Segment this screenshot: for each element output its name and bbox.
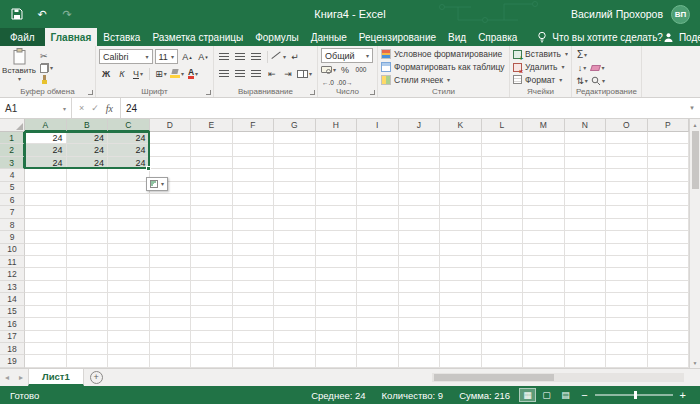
cell-a3[interactable]: 24 — [25, 157, 67, 169]
row-header-1[interactable]: 1 — [0, 132, 25, 144]
cell-c18[interactable] — [108, 343, 150, 355]
cell-b2[interactable]: 24 — [67, 144, 109, 156]
cell-b15[interactable] — [67, 306, 109, 318]
cell-j5[interactable] — [399, 182, 441, 194]
cell-k1[interactable] — [440, 132, 482, 144]
column-header-d[interactable]: D — [150, 119, 192, 132]
add-sheet-button[interactable]: + — [90, 371, 103, 384]
cancel-button[interactable]: × — [79, 103, 84, 113]
cell-n19[interactable] — [565, 355, 607, 367]
cell-b11[interactable] — [67, 256, 109, 268]
cell-l19[interactable] — [482, 355, 524, 367]
cell-a19[interactable] — [25, 355, 67, 367]
cell-n1[interactable] — [565, 132, 607, 144]
cell-i2[interactable] — [357, 144, 399, 156]
align-middle-button[interactable] — [233, 50, 247, 64]
number-dialog-launcher[interactable] — [370, 90, 375, 95]
tab-home[interactable]: Главная — [45, 28, 98, 46]
cell-e13[interactable] — [191, 281, 233, 293]
cell-m15[interactable] — [523, 306, 565, 318]
cell-o10[interactable] — [606, 244, 648, 256]
cell-o4[interactable] — [606, 169, 648, 181]
cell-o16[interactable] — [606, 318, 648, 330]
cell-m5[interactable] — [523, 182, 565, 194]
cell-a18[interactable] — [25, 343, 67, 355]
italic-button[interactable]: К — [115, 67, 129, 81]
sheet-nav-left[interactable]: ◂ — [0, 369, 14, 386]
cell-k15[interactable] — [440, 306, 482, 318]
cell-g18[interactable] — [274, 343, 316, 355]
cell-i19[interactable] — [357, 355, 399, 367]
cell-a17[interactable] — [25, 331, 67, 343]
cell-l5[interactable] — [482, 182, 524, 194]
cell-f6[interactable] — [233, 194, 275, 206]
cell-m3[interactable] — [523, 157, 565, 169]
column-header-c[interactable]: C — [108, 119, 150, 132]
cell-k10[interactable] — [440, 244, 482, 256]
cell-d7[interactable] — [150, 206, 192, 218]
column-header-f[interactable]: F — [233, 119, 275, 132]
select-all-corner[interactable] — [0, 119, 25, 132]
cell-f7[interactable] — [233, 206, 275, 218]
cell-j1[interactable] — [399, 132, 441, 144]
cell-o18[interactable] — [606, 343, 648, 355]
cell-b10[interactable] — [67, 244, 109, 256]
cell-o8[interactable] — [606, 219, 648, 231]
cell-j17[interactable] — [399, 331, 441, 343]
row-header-7[interactable]: 7 — [0, 206, 25, 218]
column-header-b[interactable]: B — [67, 119, 109, 132]
cell-m9[interactable] — [523, 231, 565, 243]
increase-font-button[interactable]: А▴ — [180, 50, 194, 64]
cell-p2[interactable] — [648, 144, 690, 156]
cell-p9[interactable] — [648, 231, 690, 243]
cell-a1[interactable]: 24 — [25, 132, 67, 144]
cell-h9[interactable] — [316, 231, 358, 243]
cell-l7[interactable] — [482, 206, 524, 218]
cell-l9[interactable] — [482, 231, 524, 243]
cell-c6[interactable] — [108, 194, 150, 206]
avatar[interactable]: ВП — [671, 5, 690, 24]
cell-a2[interactable]: 24 — [25, 144, 67, 156]
row-header-15[interactable]: 15 — [0, 306, 25, 318]
cell-m1[interactable] — [523, 132, 565, 144]
cell-d15[interactable] — [150, 306, 192, 318]
cell-l14[interactable] — [482, 293, 524, 305]
cell-n7[interactable] — [565, 206, 607, 218]
cell-i9[interactable] — [357, 231, 399, 243]
cell-p11[interactable] — [648, 256, 690, 268]
cell-d9[interactable] — [150, 231, 192, 243]
column-header-e[interactable]: E — [191, 119, 233, 132]
format-painter-button[interactable] — [40, 74, 53, 85]
cell-c11[interactable] — [108, 256, 150, 268]
cell-h6[interactable] — [316, 194, 358, 206]
row-header-10[interactable]: 10 — [0, 244, 25, 256]
cell-h15[interactable] — [316, 306, 358, 318]
column-header-j[interactable]: J — [399, 119, 441, 132]
cell-styles-button[interactable]: Стили ячеек ▾ — [381, 73, 506, 86]
cell-d1[interactable] — [150, 132, 192, 144]
cell-l6[interactable] — [482, 194, 524, 206]
horizontal-scrollbar[interactable] — [432, 373, 684, 382]
column-header-l[interactable]: L — [482, 119, 524, 132]
row-header-8[interactable]: 8 — [0, 219, 25, 231]
cell-k2[interactable] — [440, 144, 482, 156]
cell-h7[interactable] — [316, 206, 358, 218]
cell-e5[interactable] — [191, 182, 233, 194]
cell-f1[interactable] — [233, 132, 275, 144]
column-header-n[interactable]: N — [565, 119, 607, 132]
cell-d11[interactable] — [150, 256, 192, 268]
cell-j6[interactable] — [399, 194, 441, 206]
cell-m6[interactable] — [523, 194, 565, 206]
cell-a16[interactable] — [25, 318, 67, 330]
cell-g16[interactable] — [274, 318, 316, 330]
row-header-17[interactable]: 17 — [0, 331, 25, 343]
font-color-button[interactable]: А▾ — [186, 67, 200, 81]
cell-l12[interactable] — [482, 268, 524, 280]
cell-e16[interactable] — [191, 318, 233, 330]
cell-f13[interactable] — [233, 281, 275, 293]
cell-p1[interactable] — [648, 132, 690, 144]
cell-h18[interactable] — [316, 343, 358, 355]
cell-h5[interactable] — [316, 182, 358, 194]
cell-p15[interactable] — [648, 306, 690, 318]
cell-a15[interactable] — [25, 306, 67, 318]
